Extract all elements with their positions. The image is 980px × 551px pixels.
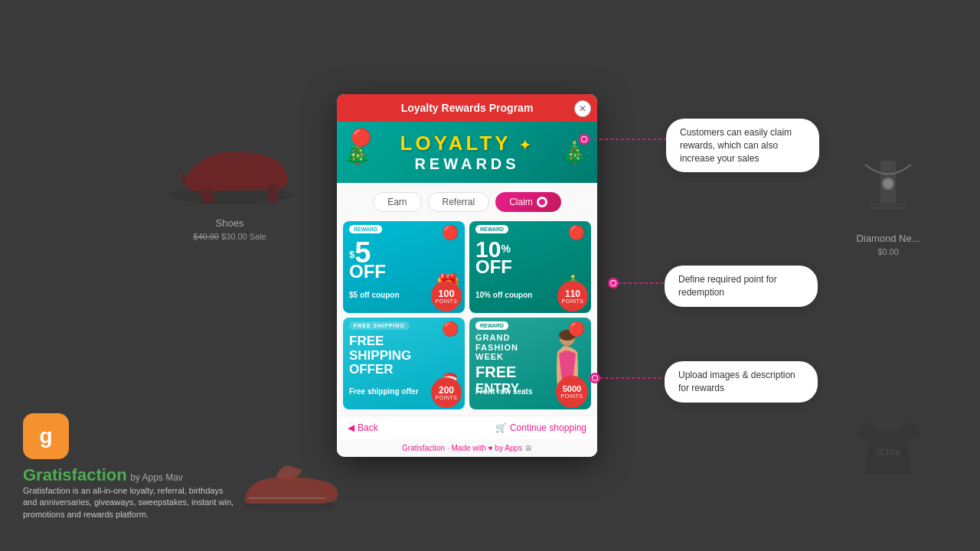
tab-claim[interactable]: Claim: [495, 192, 561, 212]
upload-annotation-tooltip: Upload images & description for rewards: [665, 361, 818, 403]
reward-card-10off[interactable]: REWARD 10% OFF 🎄 🔴 10% off coupon 110 PO…: [469, 221, 591, 313]
reward-card-fashion[interactable]: REWARD GRAND FASHION WEEK FREE ENTRY: [469, 318, 591, 409]
banner-loyalty-text: LOYALTY ✦: [400, 132, 534, 155]
modal-tabs: Earn Referral Claim: [337, 183, 597, 221]
reward-shipping-label: Free shipping offer: [349, 387, 419, 396]
reward-badge-fashion: REWARD: [475, 321, 508, 330]
loyalty-rewards-modal: ✕ Loyalty Rewards Program 🎄 🔴 LOYALTY ✦ …: [337, 94, 597, 457]
claim-annotation-tooltip: Customers can easily claim rewards, whic…: [666, 119, 819, 172]
modal-powered-by: Gratisfaction · Made with ♥ by Apps 🖥: [337, 439, 597, 457]
modal-footer: ◀ Back 🛒 Continue shopping: [337, 416, 597, 439]
modal-title: Loyalty Rewards Program: [401, 102, 534, 114]
reward-card-shipping[interactable]: FREE SHIPPING FREE SHIPPING OFFER 🎅 🔴 Fr…: [343, 318, 465, 409]
reward-card-5off[interactable]: REWARD $5 OFF 🎁 🔴 $5 off coupon 100 POIN…: [343, 221, 465, 313]
reward-badge-10off: REWARD: [475, 225, 508, 233]
points-annotation-tooltip: Define required point for redemption: [665, 266, 818, 307]
back-arrow-icon: ◀: [348, 422, 354, 433]
ornament-10off: 🔴: [568, 224, 585, 241]
tab-earn[interactable]: Earn: [373, 192, 421, 212]
upload-annotation-dot: [590, 373, 600, 383]
cart-icon: 🛒: [495, 422, 507, 433]
reward-shipping-text: FREE SHIPPING OFFER: [349, 334, 411, 377]
modal-close-button[interactable]: ✕: [574, 100, 591, 117]
points-badge-10off: 110 POINTS: [554, 279, 585, 310]
ornament-fashion: 🔴: [568, 321, 585, 337]
ornament-5off: 🔴: [442, 224, 459, 241]
claim-tab-annotation-dot: [579, 134, 590, 145]
reward-grid: REWARD $5 OFF 🎁 🔴 $5 off coupon 100 POIN…: [337, 221, 597, 416]
reward-5off-label: $5 off coupon: [349, 291, 400, 299]
card-5off-footer: $5 off coupon 100 POINTS: [343, 276, 465, 313]
ornament-shipping: 🔴: [442, 321, 459, 337]
points-annotation-dot: [608, 278, 619, 289]
reward-10off-text: 10% OFF: [475, 238, 512, 276]
claim-tab-indicator: [537, 197, 547, 207]
modal-header-bar: Loyalty Rewards Program: [337, 94, 597, 122]
gratisfaction-link[interactable]: Gratisfaction: [402, 444, 445, 452]
card-10off-footer: 10% off coupon 110 POINTS: [469, 276, 591, 313]
banner-text-block: LOYALTY ✦ REWARDS: [400, 132, 534, 173]
tab-referral[interactable]: Referral: [428, 192, 490, 212]
modal-banner: 🎄 🔴 LOYALTY ✦ REWARDS 🎄: [337, 122, 597, 183]
banner-rewards-text: REWARDS: [400, 155, 534, 173]
reward-fashion-text: GRAND FASHION WEEK FREE ENTRY: [475, 333, 519, 396]
points-badge-fashion: 5000 POINTS: [553, 376, 585, 406]
modal-backdrop: ✕ Loyalty Rewards Program 🎄 🔴 LOYALTY ✦ …: [0, 0, 980, 551]
reward-10off-label: 10% off coupon: [475, 291, 532, 299]
reward-badge-5off: REWARD: [349, 225, 382, 233]
points-badge-5off: 100 POINTS: [428, 279, 459, 310]
back-button[interactable]: ◀ Back: [348, 422, 378, 433]
continue-shopping-button[interactable]: 🛒 Continue shopping: [495, 422, 586, 433]
reward-5off-text: $5 OFF: [349, 238, 386, 281]
card-shipping-footer: Free shipping offer 200 POINTS: [343, 373, 465, 409]
points-badge-shipping: 200 POINTS: [428, 376, 459, 406]
reward-badge-shipping: FREE SHIPPING: [349, 321, 410, 330]
